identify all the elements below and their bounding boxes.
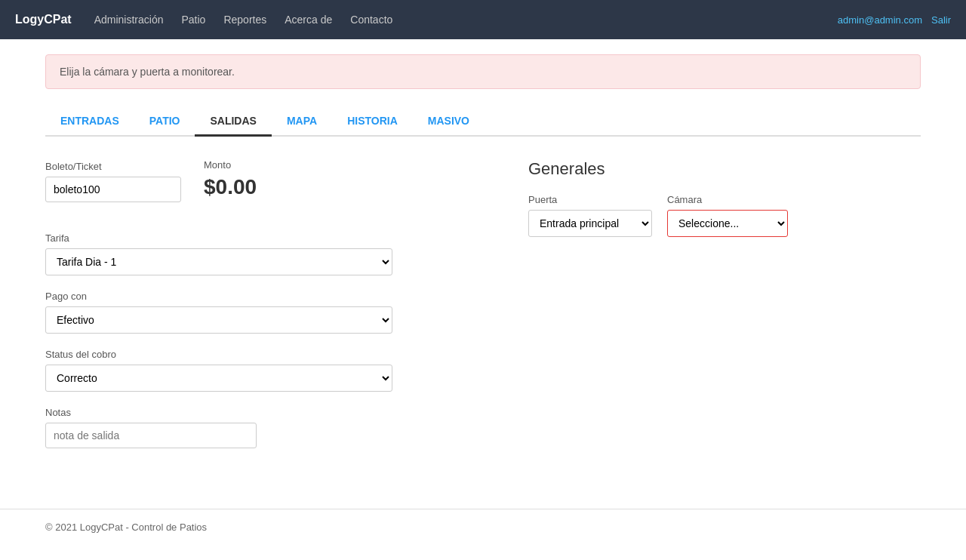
nav-patio[interactable]: Patio (182, 14, 206, 26)
tarifa-select[interactable]: Tarifa Dia - 1 Tarifa Dia - 2 Tarifa Noc… (45, 248, 392, 275)
alert-message: Elija la cámara y puerta a monitorear. (60, 66, 235, 78)
puerta-group: Puerta Entrada principal Salida principa… (528, 194, 652, 237)
footer: © 2021 LogyCPat - Control de Patios (0, 509, 966, 545)
navbar-links: Administración Patio Reportes Acerca de … (94, 14, 838, 26)
tab-entradas[interactable]: ENTRADAS (45, 107, 134, 137)
tabs-bar: ENTRADAS PATIO SALIDAS MAPA HISTORIA MAS… (45, 107, 921, 137)
status-group: Status del cobro Correcto Pendiente Erro… (45, 349, 498, 392)
right-panel: Generales Puerta Entrada principal Salid… (528, 159, 815, 463)
pago-group: Pago con Efectivo Tarjeta Transferencia (45, 291, 498, 334)
nav-reportes[interactable]: Reportes (223, 14, 266, 26)
left-panel: Boleto/Ticket Monto $0.00 Tarifa Tarifa … (45, 159, 498, 463)
status-label: Status del cobro (45, 349, 498, 360)
navbar-salir[interactable]: Salir (931, 14, 951, 26)
monto-label: Monto (204, 159, 257, 171)
navbar-email: admin@admin.com (838, 14, 922, 26)
tarifa-group: Tarifa Tarifa Dia - 1 Tarifa Dia - 2 Tar… (45, 232, 498, 275)
generales-row: Puerta Entrada principal Salida principa… (528, 194, 815, 237)
tab-mapa[interactable]: MAPA (272, 107, 332, 137)
notas-input[interactable] (45, 423, 257, 448)
alert-banner: Elija la cámara y puerta a monitorear. (45, 54, 921, 89)
notas-label: Notas (45, 407, 498, 418)
boleto-label: Boleto/Ticket (45, 161, 181, 172)
main-content: Elija la cámara y puerta a monitorear. E… (0, 39, 966, 478)
tab-historia[interactable]: HISTORIA (332, 107, 413, 137)
nav-administracion[interactable]: Administración (94, 14, 164, 26)
monto-group: Monto $0.00 (204, 159, 257, 202)
footer-text: © 2021 LogyCPat - Control de Patios (45, 522, 207, 533)
notas-group: Notas (45, 407, 498, 448)
nav-contacto[interactable]: Contacto (350, 14, 392, 26)
pago-label: Pago con (45, 291, 498, 302)
tab-masivo[interactable]: MASIVO (413, 107, 485, 137)
puerta-label: Puerta (528, 194, 652, 205)
boleto-input[interactable] (45, 177, 181, 202)
puerta-select[interactable]: Entrada principal Salida principal Entra… (528, 210, 652, 237)
boleto-group: Boleto/Ticket (45, 161, 181, 202)
camara-group: Cámara Seleccione... Cámara 1 Cámara 2 (667, 194, 788, 237)
camara-select[interactable]: Seleccione... Cámara 1 Cámara 2 (667, 210, 788, 237)
boleto-monto-row: Boleto/Ticket Monto $0.00 (45, 159, 498, 217)
tarifa-label: Tarifa (45, 232, 498, 244)
status-select[interactable]: Correcto Pendiente Error (45, 365, 392, 392)
navbar-right: admin@admin.com Salir (838, 14, 951, 26)
navbar-brand: LogyCPat (15, 13, 72, 26)
tab-salidas[interactable]: SALIDAS (195, 107, 271, 137)
pago-select[interactable]: Efectivo Tarjeta Transferencia (45, 306, 392, 334)
monto-value: $0.00 (204, 175, 257, 202)
nav-acerca[interactable]: Acerca de (285, 14, 332, 26)
page-body: Boleto/Ticket Monto $0.00 Tarifa Tarifa … (45, 159, 921, 463)
generales-title: Generales (528, 159, 815, 179)
navbar: LogyCPat Administración Patio Reportes A… (0, 0, 966, 39)
tab-patio[interactable]: PATIO (134, 107, 195, 137)
camara-label: Cámara (667, 194, 788, 205)
